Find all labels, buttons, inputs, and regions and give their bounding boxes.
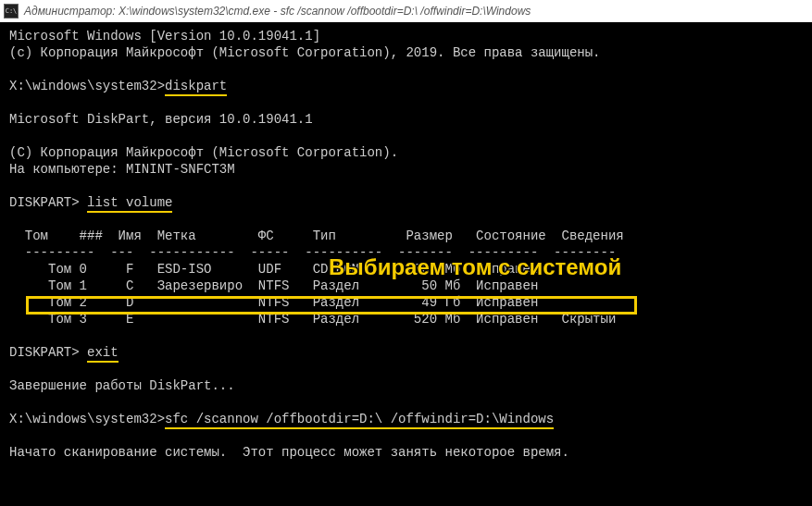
prompt-line: X:\windows\system32>diskpart [9,78,803,94]
prompt-line: DISKPART> exit [9,344,803,361]
output-line: (c) Корпорация Майкрософт (Microsoft Cor… [9,44,803,61]
table-header: Том ### Имя Метка ФС Тип Размер Состояни… [9,228,803,244]
output-line: Microsoft DiskPart, версия 10.0.19041.1 [9,111,803,128]
output-line: Завершение работы DiskPart... [9,377,803,394]
output-line: Microsoft Windows [Version 10.0.19041.1] [9,28,803,44]
terminal-output[interactable]: Microsoft Windows [Version 10.0.19041.1]… [0,22,812,506]
output-line: Начато сканирование системы. Этот процес… [9,444,803,461]
typed-command: exit [87,345,119,363]
typed-command: diskpart [165,79,227,96]
prompt-line: X:\windows\system32>sfc /scannow /offboo… [9,411,803,427]
output-line: На компьютере: MININT-SNFCT3M [9,161,803,178]
output-line: (C) Корпорация Майкрософт (Microsoft Cor… [9,144,803,161]
table-row: Том 1 C Зарезервиро NTFS Раздел 50 Мб Ис… [9,278,803,294]
table-row: Том 0 F ESD-ISO UDF CD-ROM 7365 Мб Испра… [9,261,803,278]
typed-command: list volume [87,195,172,213]
window-title: Администратор: X:\windows\system32\cmd.e… [24,5,531,18]
typed-command: sfc /scannow /offbootdir=D:\ /offwindir=… [165,412,554,429]
window-titlebar[interactable]: C:\ Администратор: X:\windows\system32\c… [0,0,812,22]
table-row: Том 2 D NTFS Раздел 49 Гб Исправен [9,294,803,311]
table-divider: --------- --- ----------- ----- --------… [9,244,803,261]
table-row: Том 3 E NTFS Раздел 520 Мб Исправен Скры… [9,311,803,327]
cmd-icon: C:\ [4,4,19,19]
prompt-line: DISKPART> list volume [9,194,803,211]
